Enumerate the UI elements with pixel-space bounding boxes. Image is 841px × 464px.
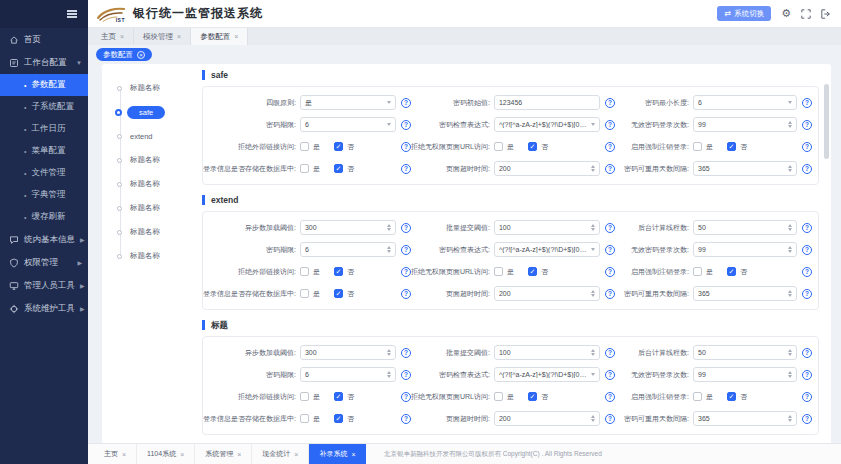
stepper-down-icon[interactable]: [788, 250, 792, 253]
checkbox-no[interactable]: ✓: [528, 392, 537, 401]
number-stepper[interactable]: 200: [494, 411, 600, 426]
help-icon[interactable]: ?: [802, 164, 812, 174]
stepper-up-icon[interactable]: [591, 290, 595, 293]
stepper-up-icon[interactable]: [387, 246, 391, 249]
sidebar-item[interactable]: 工作台配置▼: [0, 51, 88, 74]
help-icon[interactable]: ?: [802, 223, 812, 233]
help-icon[interactable]: ?: [605, 392, 615, 402]
fullscreen-icon[interactable]: [801, 9, 811, 19]
help-icon[interactable]: ?: [605, 245, 615, 255]
bottom-tab[interactable]: 1104系统×: [137, 444, 195, 464]
help-icon[interactable]: ?: [802, 267, 812, 277]
number-stepper[interactable]: 100: [494, 220, 600, 235]
number-stepper[interactable]: 200: [494, 161, 600, 176]
stepper-down-icon[interactable]: [788, 353, 792, 356]
stepper-down-icon[interactable]: [387, 250, 391, 253]
sidebar-item[interactable]: 首页: [0, 28, 88, 51]
stepper-down-icon[interactable]: [788, 375, 792, 378]
menu-collapse-icon[interactable]: [67, 13, 77, 15]
stepper-up-icon[interactable]: [788, 246, 792, 249]
text-input[interactable]: 123456: [494, 95, 600, 110]
stepper-down-icon[interactable]: [387, 375, 391, 378]
top-tab[interactable]: 模块管理×: [134, 28, 191, 45]
help-icon[interactable]: ?: [802, 142, 812, 152]
checkbox-yes[interactable]: [494, 142, 503, 151]
help-icon[interactable]: ?: [605, 98, 615, 108]
stepper-down-icon[interactable]: [387, 228, 391, 231]
help-icon[interactable]: ?: [401, 164, 411, 174]
step-item[interactable]: 标题名称: [102, 76, 188, 100]
stepper-up-icon[interactable]: [387, 224, 391, 227]
step-item[interactable]: 标题名称: [102, 244, 188, 268]
stepper-up-icon[interactable]: [788, 415, 792, 418]
step-item[interactable]: 标题名称: [102, 148, 188, 172]
tab-close-icon[interactable]: ×: [177, 33, 181, 40]
checkbox-yes[interactable]: [494, 392, 503, 401]
stepper-up-icon[interactable]: [591, 415, 595, 418]
checkbox-no[interactable]: ✓: [727, 267, 736, 276]
checkbox-no[interactable]: ✓: [334, 414, 343, 423]
help-icon[interactable]: ?: [605, 120, 615, 130]
checkbox-yes[interactable]: [300, 414, 309, 423]
checkbox-no[interactable]: ✓: [334, 142, 343, 151]
select-input[interactable]: ^(?![^a-zA-z]+$)(?!\D+$)[0-9A-Z...: [494, 367, 600, 382]
number-stepper[interactable]: 100: [494, 345, 600, 360]
scrollbar-thumb[interactable]: [824, 84, 829, 159]
stepper-up-icon[interactable]: [788, 349, 792, 352]
stepper-up-icon[interactable]: [591, 224, 595, 227]
stepper-up-icon[interactable]: [788, 290, 792, 293]
select-input[interactable]: 是: [300, 95, 396, 110]
help-icon[interactable]: ?: [401, 370, 411, 380]
pill-close-icon[interactable]: ×: [137, 51, 145, 59]
checkbox-yes[interactable]: [494, 267, 503, 276]
select-input[interactable]: ^(?![^a-zA-z]+$)(?!\D+$)[0-9A-Z...: [494, 117, 600, 132]
stepper-up-icon[interactable]: [387, 371, 391, 374]
tab-close-icon[interactable]: ×: [180, 451, 184, 458]
help-icon[interactable]: ?: [401, 223, 411, 233]
help-icon[interactable]: ?: [802, 348, 812, 358]
select-input[interactable]: 6: [693, 95, 797, 110]
select-input[interactable]: ^(?![^a-zA-z]+$)(?!\D+$)[0-9A-Z...: [494, 242, 600, 257]
checkbox-yes[interactable]: [300, 392, 309, 401]
stepper-down-icon[interactable]: [788, 125, 792, 128]
stepper-up-icon[interactable]: [387, 349, 391, 352]
number-stepper[interactable]: 99: [693, 367, 797, 382]
tab-close-icon[interactable]: ×: [234, 33, 238, 40]
help-icon[interactable]: ?: [401, 267, 411, 277]
tab-close-icon[interactable]: ×: [122, 451, 126, 458]
bottom-tab[interactable]: 系统管理×: [195, 444, 252, 464]
help-icon[interactable]: ?: [401, 414, 411, 424]
checkbox-no[interactable]: ✓: [727, 142, 736, 151]
help-icon[interactable]: ?: [605, 289, 615, 299]
sidebar-subitem[interactable]: •菜单配置: [0, 140, 88, 162]
top-tab[interactable]: 参数配置×: [191, 28, 248, 45]
help-icon[interactable]: ?: [401, 120, 411, 130]
top-tab[interactable]: 主页×: [92, 28, 134, 45]
help-icon[interactable]: ?: [401, 98, 411, 108]
stepper-down-icon[interactable]: [788, 294, 792, 297]
number-stepper[interactable]: 50: [693, 220, 797, 235]
checkbox-yes[interactable]: [300, 289, 309, 298]
help-icon[interactable]: ?: [605, 414, 615, 424]
checkbox-yes[interactable]: [693, 392, 702, 401]
help-icon[interactable]: ?: [802, 245, 812, 255]
tab-close-icon[interactable]: ×: [351, 451, 355, 458]
number-stepper[interactable]: 365: [693, 161, 797, 176]
number-stepper[interactable]: 99: [693, 242, 797, 257]
checkbox-no[interactable]: ✓: [727, 392, 736, 401]
help-icon[interactable]: ?: [605, 223, 615, 233]
stepper-up-icon[interactable]: [788, 224, 792, 227]
checkbox-no[interactable]: ✓: [334, 164, 343, 173]
settings-gear-icon[interactable]: ⚙: [781, 8, 791, 19]
stepper-down-icon[interactable]: [387, 353, 391, 356]
help-icon[interactable]: ?: [401, 289, 411, 299]
help-icon[interactable]: ?: [401, 348, 411, 358]
step-item[interactable]: safe: [102, 100, 188, 124]
stepper-down-icon[interactable]: [788, 169, 792, 172]
checkbox-no[interactable]: ✓: [528, 142, 537, 151]
sidebar-item[interactable]: 统内基本信息▶: [0, 228, 88, 251]
tab-close-icon[interactable]: ×: [294, 451, 298, 458]
number-stepper[interactable]: 6: [300, 242, 396, 257]
select-input[interactable]: 6: [300, 117, 396, 132]
tab-close-icon[interactable]: ×: [237, 451, 241, 458]
